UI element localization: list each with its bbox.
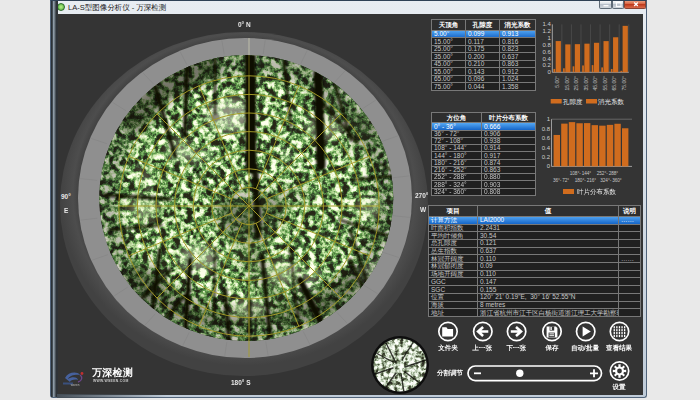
svg-text:0.2: 0.2 [542,154,551,160]
svg-text:75.00°: 75.00° [621,76,627,91]
svg-text:0.6: 0.6 [542,135,551,141]
svg-text:1: 1 [547,116,551,122]
svg-text:65.00°: 65.00° [611,76,617,91]
svg-text:108°- 144°: 108°- 144° [570,171,591,176]
svg-text:252°- 288°: 252°- 288° [597,171,618,176]
svg-text:0.4: 0.4 [542,56,551,62]
svg-text:0.8: 0.8 [542,126,551,132]
svg-text:0: 0 [547,69,551,75]
svg-text:36°- 72°: 36°- 72° [553,178,569,183]
svg-text:0.6: 0.6 [542,49,551,55]
svg-text:0: 0 [547,163,551,169]
svg-text:180°- 216°: 180°- 216° [575,178,596,183]
svg-text:0.8: 0.8 [542,42,551,48]
svg-text:55.00°: 55.00° [602,76,608,91]
svg-text:wseen: wseen [71,383,80,387]
svg-text:5.00°: 5.00° [554,76,560,88]
svg-text:25.00°: 25.00° [573,76,579,91]
svg-text:35.00°: 35.00° [583,76,589,91]
svg-text:0.4: 0.4 [542,145,551,151]
svg-text:0.2: 0.2 [542,62,551,68]
svg-text:1.2: 1.2 [542,28,551,34]
svg-text:1: 1 [547,35,551,41]
svg-text:324°- 360°: 324°- 360° [600,178,621,183]
svg-text:1.4: 1.4 [542,21,551,27]
svg-text:45.00°: 45.00° [592,76,598,91]
svg-text:15.00°: 15.00° [564,76,570,91]
